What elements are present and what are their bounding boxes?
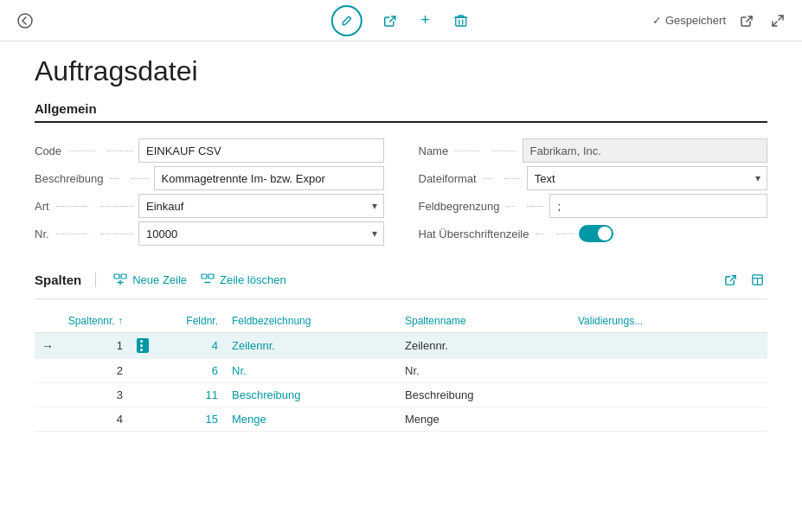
edit-button[interactable] (330, 5, 362, 36)
back-button[interactable] (14, 10, 36, 32)
share-button[interactable] (379, 10, 400, 31)
table-row: 2 6 Nr. Nr. (35, 359, 767, 383)
new-row-button[interactable]: Neue Zeile (106, 268, 194, 292)
form-row-feldbegrenzung: Feldbegrenzung (419, 192, 768, 220)
td-spaltennr-2: 3 (61, 383, 130, 407)
new-row-label: Neue Zeile (132, 273, 187, 286)
th-arrow (35, 310, 61, 333)
dateiformat-control: Text Excel XML CSV ▾ (527, 166, 767, 190)
th-spaltenname[interactable]: Spaltenname (398, 310, 571, 333)
code-control (138, 138, 384, 163)
page-content: Auftragsdatei Allgemein Code Beschreibun… (0, 42, 802, 445)
td-arrow-2 (35, 383, 61, 407)
name-control (523, 138, 768, 163)
saved-label: Gespeichert (665, 14, 726, 27)
columns-section-title: Spalten (35, 272, 96, 287)
td-validierung-0 (571, 333, 767, 359)
th-validierung[interactable]: Validierungs... (571, 310, 767, 333)
columns-share-button[interactable] (721, 270, 741, 290)
td-spaltennr-1: 2 (61, 359, 130, 383)
saved-indicator: ✓ Gespeichert (652, 14, 726, 27)
th-feldbezeichnung[interactable]: Feldbezeichnung (225, 310, 398, 333)
columns-header: Spalten Neue Zeile (35, 268, 767, 299)
dateiformat-select[interactable]: Text Excel XML CSV (527, 166, 767, 190)
checkmark-icon: ✓ (652, 14, 662, 27)
form-row-hat-ueberschrift: Hat Überschriftenzeile (419, 220, 768, 247)
svg-rect-8 (121, 274, 126, 279)
toolbar-left (14, 10, 36, 32)
dots-menu-0[interactable] (137, 338, 149, 353)
svg-point-0 (18, 14, 32, 28)
table-row: → 1 4 Zeilennr. Zeilennr. (35, 333, 767, 359)
dateiformat-label: Dateiformat (419, 172, 527, 185)
td-spaltenname-3: Menge (398, 407, 571, 432)
columns-expand-button[interactable] (747, 270, 767, 290)
th-feldnr[interactable]: Feldnr. (156, 310, 225, 333)
svg-rect-11 (202, 274, 207, 279)
td-dots-menu-0[interactable] (130, 333, 156, 359)
nr-select[interactable]: 10000 20000 (138, 221, 384, 246)
columns-header-right (721, 270, 767, 290)
form-row-code: Code (35, 137, 384, 164)
form-grid: Code Beschreibung Ar (35, 137, 767, 247)
art-control: Einkauf Verkauf ▾ (138, 194, 384, 218)
td-spaltenname-1: Nr. (398, 359, 571, 383)
add-button[interactable]: + (417, 8, 433, 33)
td-spaltenname-0: Zeilennr. (398, 333, 571, 359)
table-row: 4 15 Menge Menge (35, 407, 767, 432)
hat-ueberschrift-toggle[interactable] (579, 225, 613, 242)
feldbegrenzung-input[interactable] (549, 194, 767, 218)
td-validierung-1 (571, 359, 767, 383)
svg-rect-7 (114, 274, 119, 279)
delete-row-icon (201, 272, 215, 288)
svg-rect-1 (456, 17, 466, 26)
td-dots-menu-2 (130, 383, 156, 407)
art-label: Art (35, 200, 138, 213)
td-dots-menu-3 (130, 407, 156, 432)
td-feldnr-3: 15 (156, 407, 225, 432)
td-dots-menu-1 (130, 359, 156, 383)
form-row-dateiformat: Dateiformat Text Excel XML CSV ▾ (419, 164, 768, 192)
delete-button[interactable] (451, 10, 472, 31)
delete-row-button[interactable]: Zeile löschen (194, 268, 293, 292)
beschreibung-input[interactable] (154, 166, 384, 190)
form-column-right: Name Dateiformat Text Excel (419, 137, 768, 247)
nr-label: Nr. (35, 228, 138, 240)
beschreibung-control (154, 166, 384, 190)
table-header-row: Spaltennr. ↑ Feldnr. Feldbezeichnung Spa… (35, 310, 767, 333)
toolbar-center: + (330, 5, 472, 36)
td-feldnr-1: 6 (156, 359, 225, 383)
new-row-icon (113, 272, 127, 288)
nr-control: 10000 20000 ▾ (138, 221, 384, 246)
toolbar: + ✓ Gespeichert (0, 0, 802, 42)
td-spaltennr-0: 1 (61, 333, 130, 359)
td-arrow-3 (35, 407, 61, 432)
th-spaltennr[interactable]: Spaltennr. ↑ (61, 310, 130, 333)
code-input[interactable] (138, 138, 384, 163)
td-spaltennr-3: 4 (61, 407, 130, 432)
svg-rect-12 (209, 274, 214, 279)
td-validierung-3 (571, 407, 767, 432)
table-row: 3 11 Beschreibung Beschreibung (35, 383, 767, 407)
td-feldbezeichnung-0: Zeilennr. (225, 333, 398, 359)
expand-button[interactable] (767, 10, 788, 31)
form-column-left: Code Beschreibung Ar (35, 137, 384, 247)
feldbegrenzung-label: Feldbegrenzung (419, 200, 550, 213)
export-button[interactable] (736, 10, 757, 31)
td-feldnr-2: 11 (156, 383, 225, 407)
th-dots (130, 310, 156, 333)
columns-table: Spaltennr. ↑ Feldnr. Feldbezeichnung Spa… (35, 310, 767, 432)
beschreibung-label: Beschreibung (35, 172, 154, 185)
td-feldbezeichnung-3: Menge (225, 407, 398, 432)
td-feldnr-0: 4 (156, 333, 225, 359)
name-input[interactable] (523, 138, 768, 163)
td-arrow-1 (35, 359, 61, 383)
columns-section: Spalten Neue Zeile (35, 268, 767, 432)
section-general-title: Allgemein (35, 101, 767, 123)
feldbegrenzung-control (549, 194, 767, 218)
td-feldbezeichnung-2: Beschreibung (225, 383, 398, 407)
td-spaltenname-2: Beschreibung (398, 383, 571, 407)
hat-ueberschrift-label: Hat Überschriftenzeile (419, 228, 580, 240)
art-select[interactable]: Einkauf Verkauf (138, 194, 384, 218)
toolbar-right: ✓ Gespeichert (652, 10, 788, 31)
